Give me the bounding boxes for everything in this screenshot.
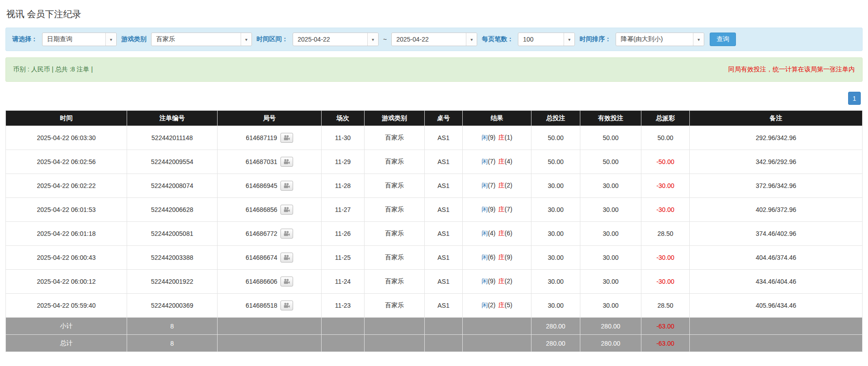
cell-total-bet[interactable]: 30.00 bbox=[531, 222, 580, 246]
cell-time: 2025-04-22 05:59:40 bbox=[6, 294, 127, 318]
result-player: 闲 bbox=[481, 134, 488, 141]
cell-bet-id: 522442006628 bbox=[127, 198, 218, 222]
cell-round-id: 614686674 bbox=[218, 246, 322, 270]
chevron-down-icon: ▾ bbox=[105, 33, 116, 46]
date-from-value: 2025-04-22 bbox=[293, 33, 367, 46]
table-row: 2025-04-22 06:01:18 522442005081 6146867… bbox=[6, 222, 863, 246]
cell-time: 2025-04-22 06:03:30 bbox=[6, 126, 127, 150]
cell-total-bet[interactable]: 30.00 bbox=[531, 246, 580, 270]
video-replay-button[interactable] bbox=[280, 253, 293, 263]
header-time: 时间 bbox=[6, 111, 127, 126]
game-type-dropdown[interactable]: 百家乐 ▾ bbox=[151, 33, 252, 46]
currency-summary: 币别 : 人民币 | 总共 :8 注单 | bbox=[13, 66, 93, 74]
video-replay-button[interactable] bbox=[280, 133, 293, 143]
page-size-value: 100 bbox=[518, 33, 564, 46]
video-camera-icon bbox=[284, 135, 290, 141]
video-camera-icon bbox=[284, 159, 290, 164]
cell-payout: 28.50 bbox=[641, 222, 690, 246]
cell-result: 闲(7)庄(2) bbox=[463, 174, 531, 198]
cell-remark: 374.46/402.96 bbox=[690, 222, 863, 246]
result-player: 闲 bbox=[481, 158, 488, 165]
chevron-down-icon: ▾ bbox=[564, 33, 574, 46]
subtotal-total-bet: 280.00 bbox=[531, 318, 580, 335]
search-button[interactable]: 查询 bbox=[710, 33, 736, 46]
round-id-text: 614686856 bbox=[246, 206, 277, 213]
cell-round-id: 614686606 bbox=[218, 270, 322, 294]
cell-remark: 292.96/342.96 bbox=[690, 126, 863, 150]
table-row: 2025-04-22 06:02:22 522442008074 6146869… bbox=[6, 174, 863, 198]
result-banker-score: (5) bbox=[505, 301, 512, 309]
result-player: 闲 bbox=[481, 182, 488, 189]
video-replay-button[interactable] bbox=[280, 181, 293, 191]
date-from-dropdown[interactable]: 2025-04-22 ▾ bbox=[293, 33, 379, 46]
video-camera-icon bbox=[284, 279, 290, 284]
cell-session: 11-24 bbox=[322, 270, 365, 294]
cell-valid-bet: 30.00 bbox=[580, 270, 641, 294]
select-type-dropdown[interactable]: 日期查询 ▾ bbox=[42, 33, 117, 46]
cell-table-no: AS1 bbox=[425, 222, 463, 246]
total-count: 8 bbox=[127, 335, 218, 352]
cell-total-bet[interactable]: 30.00 bbox=[531, 174, 580, 198]
cell-remark: 402.96/372.96 bbox=[690, 198, 863, 222]
cell-payout: -30.00 bbox=[641, 174, 690, 198]
round-id-text: 614686945 bbox=[246, 182, 277, 189]
cell-session: 11-23 bbox=[322, 294, 365, 318]
game-type-value: 百家乐 bbox=[152, 33, 241, 46]
cell-bet-id: 522442000369 bbox=[127, 294, 218, 318]
video-replay-button[interactable] bbox=[280, 205, 293, 215]
header-result: 结果 bbox=[463, 111, 531, 126]
header-valid-bet: 有效投注 bbox=[580, 111, 641, 126]
result-banker: 庄 bbox=[498, 182, 505, 189]
cell-total-bet[interactable]: 30.00 bbox=[531, 294, 580, 318]
cell-total-bet[interactable]: 30.00 bbox=[531, 270, 580, 294]
result-player: 闲 bbox=[481, 230, 488, 237]
total-row: 总计 8 280.00 280.00 -63.00 bbox=[6, 335, 863, 352]
cell-remark: 342.96/292.96 bbox=[690, 150, 863, 174]
result-player: 闲 bbox=[481, 277, 488, 285]
result-banker-score: (2) bbox=[505, 182, 512, 189]
video-replay-button[interactable] bbox=[280, 277, 293, 286]
video-replay-button[interactable] bbox=[280, 229, 293, 239]
result-player: 闲 bbox=[481, 253, 488, 261]
cell-time: 2025-04-22 06:01:53 bbox=[6, 198, 127, 222]
cell-round-id: 614686772 bbox=[218, 222, 322, 246]
result-player: 闲 bbox=[481, 301, 488, 309]
result-banker-score: (2) bbox=[505, 277, 512, 285]
cell-session: 11-30 bbox=[322, 126, 365, 150]
cell-time: 2025-04-22 06:02:22 bbox=[6, 174, 127, 198]
pagination: 1 bbox=[7, 92, 861, 105]
result-player: 闲 bbox=[481, 206, 488, 213]
result-player-score: (4) bbox=[488, 230, 495, 237]
header-round-id: 局号 bbox=[218, 111, 322, 126]
cell-bet-id: 522442005081 bbox=[127, 222, 218, 246]
cell-round-id: 614687031 bbox=[218, 150, 322, 174]
cell-game-type: 百家乐 bbox=[365, 294, 425, 318]
cell-valid-bet: 30.00 bbox=[580, 174, 641, 198]
cell-result: 闲(9)庄(7) bbox=[463, 198, 531, 222]
cell-result: 闲(7)庄(4) bbox=[463, 150, 531, 174]
cell-result: 闲(4)庄(6) bbox=[463, 222, 531, 246]
date-to-dropdown[interactable]: 2025-04-22 ▾ bbox=[391, 33, 477, 46]
cell-time: 2025-04-22 06:02:56 bbox=[6, 150, 127, 174]
sort-order-dropdown[interactable]: 降幂(由大到小) ▾ bbox=[616, 33, 704, 46]
time-range-label: 时间区间： bbox=[256, 35, 288, 43]
cell-game-type: 百家乐 bbox=[365, 246, 425, 270]
video-replay-button[interactable] bbox=[280, 300, 293, 310]
cell-table-no: AS1 bbox=[425, 294, 463, 318]
sort-order-label: 时间排序： bbox=[579, 35, 611, 43]
page-size-dropdown[interactable]: 100 ▾ bbox=[518, 33, 575, 46]
filter-bar: 请选择： 日期查询 ▾ 游戏类别 百家乐 ▾ 时间区间： 2025-04-22 … bbox=[5, 28, 863, 51]
cell-payout: -30.00 bbox=[641, 270, 690, 294]
subtotal-row: 小计 8 280.00 280.00 -63.00 bbox=[6, 318, 863, 335]
subtotal-valid-bet: 280.00 bbox=[580, 318, 641, 335]
video-camera-icon bbox=[284, 255, 290, 260]
result-banker-score: (9) bbox=[505, 253, 512, 261]
cell-table-no: AS1 bbox=[425, 246, 463, 270]
cell-total-bet[interactable]: 50.00 bbox=[531, 150, 580, 174]
cell-total-bet[interactable]: 50.00 bbox=[531, 126, 580, 150]
page-button-1[interactable]: 1 bbox=[848, 92, 861, 105]
result-player-score: (2) bbox=[488, 301, 495, 309]
video-replay-button[interactable] bbox=[280, 157, 293, 167]
result-player-score: (9) bbox=[488, 277, 495, 285]
cell-total-bet[interactable]: 30.00 bbox=[531, 198, 580, 222]
